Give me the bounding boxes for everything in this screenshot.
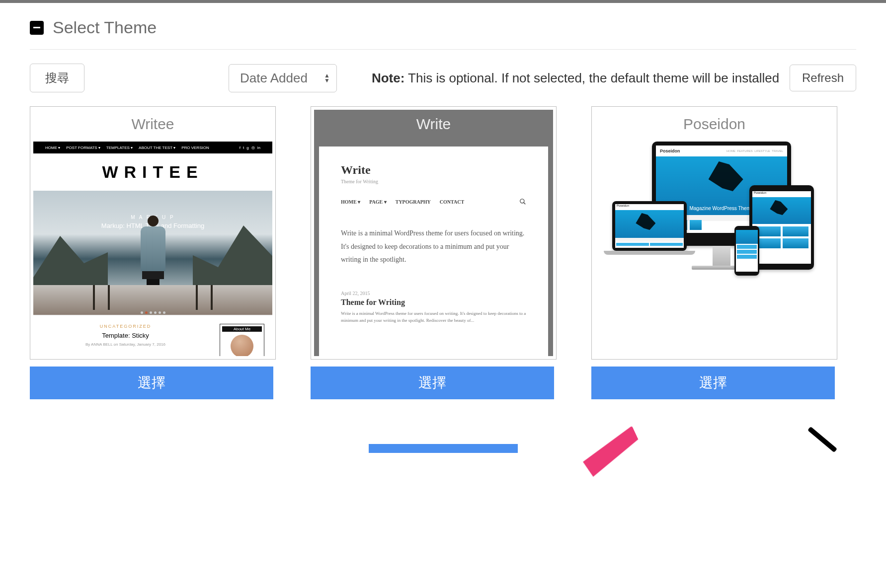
theme-thumbnail[interactable]: Poseidon Poseidon HOME FEATURES LIFESTYL… xyxy=(591,106,837,360)
theme-name: Writee xyxy=(33,110,272,142)
search-button[interactable]: 搜尋 xyxy=(30,64,84,92)
theme-name: Poseidon xyxy=(595,110,834,142)
select-button[interactable]: 選擇 xyxy=(311,367,554,399)
theme-thumbnail[interactable]: Writee HOME ▾ POST FORMATS ▾ TEMPLATES ▾… xyxy=(30,106,276,360)
select-button[interactable]: 選擇 xyxy=(591,367,835,399)
section-header: Select Theme xyxy=(30,18,856,50)
search-icon xyxy=(519,198,526,205)
select-theme-section: Select Theme 搜尋 Date Added ▲▼ Note: This… xyxy=(0,3,886,468)
note-body: This is optional. If not selected, the d… xyxy=(408,71,779,85)
theme-card-writee: Writee HOME ▾ POST FORMATS ▾ TEMPLATES ▾… xyxy=(30,106,276,399)
toolbar: 搜尋 Date Added ▲▼ Note: This is optional.… xyxy=(30,64,856,92)
collapse-icon[interactable] xyxy=(30,21,44,35)
select-button[interactable]: 選擇 xyxy=(30,367,273,399)
theme-card-poseidon: Poseidon Poseidon HOME FEATURES LIFESTYL… xyxy=(591,106,837,399)
preview-hero: M A R K U P Markup: HTML Tags and Format… xyxy=(33,191,272,315)
theme-card-write: Write Write Theme for Writing HOME ▾ PAG… xyxy=(311,106,557,399)
refresh-button[interactable]: Refresh xyxy=(790,65,856,91)
theme-name: Write xyxy=(314,110,553,142)
sort-dropdown[interactable]: Date Added ▲▼ xyxy=(229,64,337,92)
svg-point-0 xyxy=(520,199,524,203)
note-text: Note: This is optional. If not selected,… xyxy=(372,71,779,86)
section-title: Select Theme xyxy=(53,18,157,37)
note-prefix: Note: xyxy=(372,71,404,85)
theme-grid: Writee HOME ▾ POST FORMATS ▾ TEMPLATES ▾… xyxy=(30,106,856,399)
svg-line-1 xyxy=(524,203,526,205)
partial-button[interactable] xyxy=(369,444,518,453)
theme-thumbnail[interactable]: Write Write Theme for Writing HOME ▾ PAG… xyxy=(311,106,557,360)
sort-label: Date Added xyxy=(229,64,337,92)
preview-nav: HOME ▾ POST FORMATS ▾ TEMPLATES ▾ ABOUT … xyxy=(33,142,272,153)
preview-logo: WRITEE xyxy=(33,153,272,191)
